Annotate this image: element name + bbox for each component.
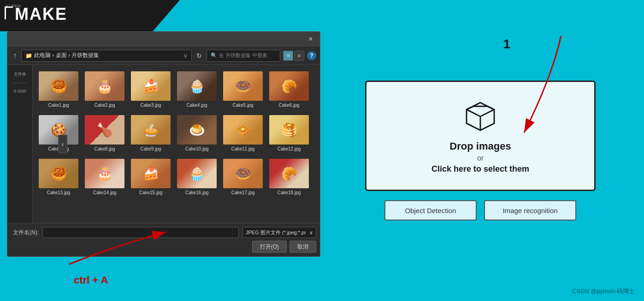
- file-thumbnail: 🧁: [177, 71, 217, 101]
- file-thumbnail: 🍗: [85, 115, 124, 145]
- search-bar: 🔍 在 月饼数据集 中搜索: [207, 50, 280, 62]
- file-item[interactable]: 🍮Cake10.jpg: [175, 112, 219, 154]
- file-item[interactable]: 🎂Cake2.jpg: [83, 69, 127, 110]
- file-thumbnail: 🍰: [131, 71, 171, 101]
- file-label: Cake18.jpg: [278, 190, 301, 195]
- logo-text: MAKE: [15, 5, 67, 24]
- action-buttons: Object Detection Image recognition: [384, 200, 576, 220]
- sidebar-item-ssd[interactable]: S-SSD: [7, 87, 32, 95]
- svg-line-2: [480, 110, 494, 116]
- annotation-number-1: 1: [503, 37, 510, 52]
- filetype-label: JPEG 图片文件 (*.jpeg;*.png;*.: [246, 229, 306, 236]
- file-label: Cake10.jpg: [185, 146, 209, 151]
- file-thumbnail: 🍩: [223, 159, 263, 188]
- list-view-button[interactable]: ≡: [294, 51, 304, 61]
- sidebar-divider: [13, 83, 27, 83]
- filename-input[interactable]: [42, 227, 239, 238]
- dropdown-arrow: ∨: [183, 52, 188, 59]
- file-label: Cake15.jpg: [139, 190, 163, 195]
- drop-zone[interactable]: Drop images or Click here to select them: [365, 81, 596, 191]
- image-recognition-button[interactable]: Image recognition: [484, 200, 576, 220]
- file-thumbnail: 🥞: [269, 115, 309, 145]
- click-text: Click here to select them: [431, 164, 529, 174]
- refresh-button[interactable]: ↻: [195, 50, 204, 61]
- file-grid: 🥮Cake1.jpg🎂Cake2.jpg🍰Cake3.jpg🧁Cake4.jpg…: [33, 65, 320, 223]
- back-button[interactable]: ↑: [11, 50, 18, 62]
- nav-arrow-button[interactable]: ‹: [58, 135, 67, 153]
- file-item[interactable]: 🍩Cake5.jpg: [221, 69, 265, 110]
- right-panel: Drop images or Click here to select them…: [317, 0, 644, 301]
- file-item[interactable]: 🍰Cake3.jpg: [129, 69, 173, 110]
- file-thumbnail: 🍩: [223, 71, 263, 101]
- dialog-footer: 文件名(N): JPEG 图片文件 (*.jpeg;*.png;*. ∨ 打开(…: [7, 223, 320, 256]
- file-item[interactable]: 🧁Cake16.jpg: [175, 156, 219, 198]
- file-item[interactable]: 🥐Cake18.jpg: [267, 156, 311, 198]
- file-thumbnail: 🥮: [39, 71, 78, 101]
- file-item[interactable]: 🧇Cake11.jpg: [221, 112, 265, 154]
- sidebar-panel: 文件夹 S-SSD: [7, 65, 33, 223]
- dialog-toolbar: ↑ 📁 此电脑 › 桌面 › 月饼数据集 ∨ ↻ 🔍 在 月饼数据集 中搜索 ⊞…: [7, 46, 320, 65]
- file-item[interactable]: 🎂Cake14.jpg: [83, 156, 127, 198]
- file-label: Cake5.jpg: [232, 103, 253, 108]
- box-icon: [462, 98, 499, 135]
- file-label: Cake9.jpg: [140, 146, 161, 151]
- file-thumbnail: 🍮: [177, 115, 217, 145]
- file-thumbnail: 🥧: [131, 115, 171, 145]
- file-item[interactable]: 🥞Cake12.jpg: [267, 112, 311, 154]
- file-thumbnail: 🥐: [269, 159, 309, 188]
- file-thumbnail: 🥮: [39, 159, 78, 188]
- dialog-titlebar: ×: [7, 32, 320, 46]
- file-thumbnail: 🎂: [85, 71, 124, 101]
- file-thumbnail: 🎂: [85, 159, 124, 188]
- logo-alpha: ALPHA: [6, 4, 22, 8]
- file-item[interactable]: 🧁Cake4.jpg: [175, 69, 219, 110]
- breadcrumb: 此电脑 › 桌面 › 月饼数据集: [34, 52, 99, 59]
- sidebar-item-folder[interactable]: 文件夹: [7, 69, 32, 79]
- filename-row: 文件名(N): JPEG 图片文件 (*.jpeg;*.png;*. ∨: [11, 227, 316, 238]
- address-bar: 📁 此电脑 › 桌面 › 月饼数据集 ∨: [21, 50, 192, 62]
- cancel-button[interactable]: 取消: [290, 241, 316, 253]
- file-item[interactable]: 🥮Cake1.jpg: [36, 69, 81, 110]
- dialog-close-button[interactable]: ×: [305, 34, 316, 45]
- search-icon: 🔍: [211, 52, 217, 58]
- watermark: CSDN @python-码博士: [572, 287, 635, 295]
- filetype-arrow: ∨: [309, 230, 313, 236]
- grid-view-button[interactable]: ⊞: [283, 51, 293, 61]
- file-label: Cake17.jpg: [231, 190, 255, 195]
- file-item[interactable]: 🍰Cake15.jpg: [129, 156, 173, 198]
- file-label: Cake12.jpg: [278, 146, 301, 151]
- file-item[interactable]: 🥐Cake6.jpg: [267, 69, 311, 110]
- file-thumbnail: 🍰: [131, 159, 171, 188]
- file-label: Cake13.jpg: [47, 190, 71, 195]
- file-item[interactable]: 🥧Cake9.jpg: [129, 112, 173, 154]
- file-thumbnail: 🧇: [223, 115, 263, 145]
- open-button[interactable]: 打开(O): [252, 241, 287, 253]
- file-label: Cake14.jpg: [93, 190, 117, 195]
- svg-line-1: [467, 110, 480, 116]
- help-button[interactable]: ?: [307, 51, 316, 60]
- drop-text: Drop images: [449, 140, 511, 152]
- file-label: Cake6.jpg: [278, 103, 299, 108]
- file-item[interactable]: 🍗Cake8.jpg: [83, 112, 127, 154]
- file-label: Cake3.jpg: [140, 103, 161, 108]
- ctrl-a-annotation: ctrl + A: [74, 274, 108, 286]
- file-label: Cake2.jpg: [94, 103, 115, 108]
- file-item[interactable]: 🍩Cake17.jpg: [221, 156, 265, 198]
- search-placeholder: 在 月饼数据集 中搜索: [219, 52, 267, 59]
- file-label: Cake4.jpg: [186, 103, 207, 108]
- footer-actions: 打开(O) 取消: [11, 241, 316, 253]
- folder-icon: 📁: [25, 52, 32, 59]
- view-controls: ⊞ ≡: [283, 51, 304, 61]
- object-detection-button[interactable]: Object Detection: [384, 200, 477, 220]
- filetype-dropdown[interactable]: JPEG 图片文件 (*.jpeg;*.png;*. ∨: [242, 227, 316, 238]
- filename-label: 文件名(N):: [11, 229, 39, 237]
- file-label: Cake8.jpg: [94, 146, 115, 151]
- file-label: Cake11.jpg: [231, 146, 255, 151]
- or-text: or: [477, 154, 484, 162]
- file-item[interactable]: 🥮Cake13.jpg: [36, 156, 81, 198]
- logo-bracket: [5, 6, 13, 19]
- file-thumbnail: 🧁: [177, 159, 217, 188]
- file-thumbnail: 🥐: [269, 71, 309, 101]
- file-label: Cake1.jpg: [48, 103, 69, 108]
- file-dialog: × ↑ 📁 此电脑 › 桌面 › 月饼数据集 ∨ ↻ 🔍 在 月饼数据集 中搜索…: [7, 31, 320, 257]
